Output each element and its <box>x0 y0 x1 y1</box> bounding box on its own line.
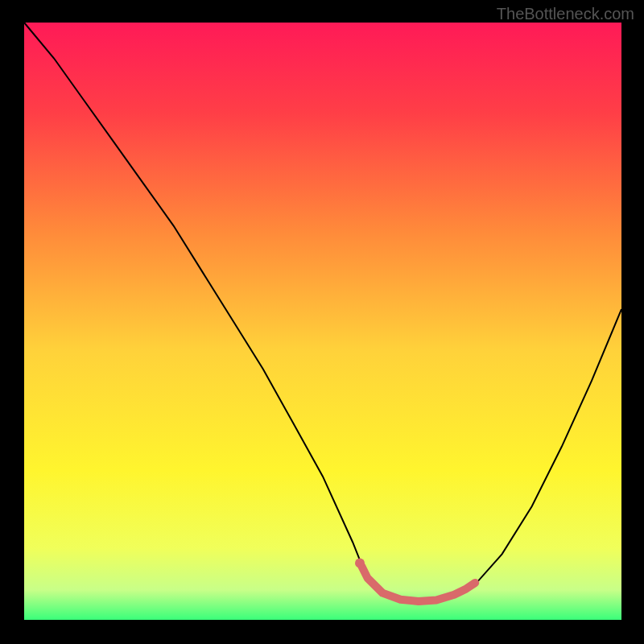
chart-gradient-bg <box>24 23 621 620</box>
bottleneck-chart <box>0 0 644 644</box>
watermark-text: TheBottleneck.com <box>497 5 634 23</box>
chart-container: TheBottleneck.com <box>0 0 644 644</box>
optimal-zone-dot <box>355 559 365 568</box>
